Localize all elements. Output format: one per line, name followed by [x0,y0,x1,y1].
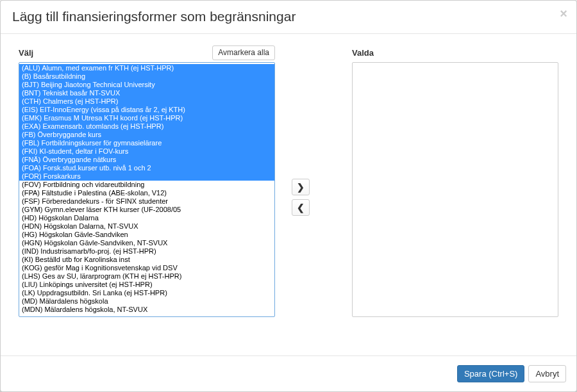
list-item[interactable]: (EMK) Erasmus M Utresa KTH koord (ej HST… [19,114,274,122]
chevron-left-icon: ❮ [297,202,305,213]
list-item[interactable]: (B) Basårsutbildning [19,72,274,81]
selected-header: Valda [352,45,558,60]
modal-body: Välj Avmarkera alla (ALU) Alumn, med exa… [1,34,576,355]
selected-column: Valda [326,45,558,349]
list-item[interactable]: (KOG) gesför Mag i Kognitionsvetenskap v… [19,264,274,272]
list-item[interactable]: (EIS) EIT-InnoEnergy (vissa på distans å… [19,106,274,114]
list-item[interactable]: (BJT) Beijing Jiaotong Technical Univers… [19,81,274,89]
chevron-right-icon: ❯ [297,182,305,192]
move-left-button[interactable]: ❮ [292,199,310,216]
list-item[interactable]: (HGN) Högskolan Gävle-Sandviken, NT-SVUX [19,239,274,247]
list-item[interactable]: (LIU) Linköpings universitet (ej HST-HPR… [19,281,274,289]
list-item[interactable]: (MD) Mälardalens högskola [19,297,274,306]
deselect-all-button[interactable]: Avmarkera alla [212,45,275,60]
list-item[interactable]: (HDN) Högskolan Dalarna, NT-SVUX [19,222,274,231]
selected-listbox[interactable] [352,62,558,317]
list-item[interactable]: (GYM) Gymn.elever läser KTH kurser (UF-2… [19,206,274,214]
list-item[interactable]: (FNÄ) Överbryggande nätkurs [19,156,274,164]
save-button[interactable]: Spara (Ctrl+S) [457,365,524,382]
list-item[interactable]: (MDN) Mälardalens högskola, NT-SVUX [19,306,274,314]
list-item[interactable]: (LHS) Ges av SU, lärarprogram (KTH ej HS… [19,272,274,281]
available-header: Välj Avmarkera alla [19,45,275,60]
list-item[interactable]: (BNT) Tekniskt basår NT-SVUX [19,89,274,97]
move-right-button[interactable]: ❯ [292,179,310,195]
list-item[interactable]: (FB) Överbryggande kurs [19,131,274,139]
list-item[interactable]: (FSF) Förberedandekurs - för SFINX stude… [19,197,274,206]
list-item[interactable]: (CTH) Chalmers (ej HST-HPR) [19,97,274,106]
transfer-buttons-column: ❯ ❮ [281,45,320,349]
list-item[interactable]: (FBL) Fortbildningskurser för gymnasielä… [19,139,274,147]
list-item[interactable]: (KI) Beställd utb for Karolinska inst [19,256,274,264]
list-item[interactable]: (EXA) Examensarb. utomlands (ej HST-HPR) [19,122,274,131]
available-label: Välj [19,48,33,58]
list-item[interactable]: (ALU) Alumn, med examen fr KTH (ej HST-H… [19,64,274,72]
available-listbox[interactable]: (ALU) Alumn, med examen fr KTH (ej HST-H… [19,62,275,317]
list-item[interactable]: (FKI) KI-student, deltar i FOV-kurs [19,147,274,156]
modal-dialog: Lägg till finansieringsformer som begrän… [0,0,577,392]
list-item[interactable]: (FOA) Forsk.stud.kurser utb. nivå 1 och … [19,164,274,172]
list-item[interactable]: (HD) Högskolan Dalarna [19,214,274,222]
list-item[interactable]: (FPA) Fältstudie i Palestina (ABE-skolan… [19,189,274,197]
list-item[interactable]: (HG) Högskolan Gävle-Sandviken [19,231,274,239]
selected-label: Valda [352,48,374,58]
modal-header: Lägg till finansieringsformer som begrän… [1,1,576,34]
list-item[interactable]: (IND) Industrisamarb/fo-proj. (ej HST-HP… [19,247,274,256]
list-item[interactable]: (FOR) Forskarkurs [19,172,274,181]
list-item[interactable]: (FOV) Fortbildning och vidareutbildning [19,181,274,189]
available-column: Välj Avmarkera alla (ALU) Alumn, med exa… [19,45,275,349]
cancel-button[interactable]: Avbryt [528,365,566,382]
list-item[interactable]: (LK) Uppdragsutbildn. Sri Lanka (ej HST-… [19,289,274,297]
modal-footer: Spara (Ctrl+S) Avbryt [1,355,576,391]
close-icon[interactable]: × [560,7,567,20]
modal-title: Lägg till finansieringsformer som begrän… [12,7,565,26]
